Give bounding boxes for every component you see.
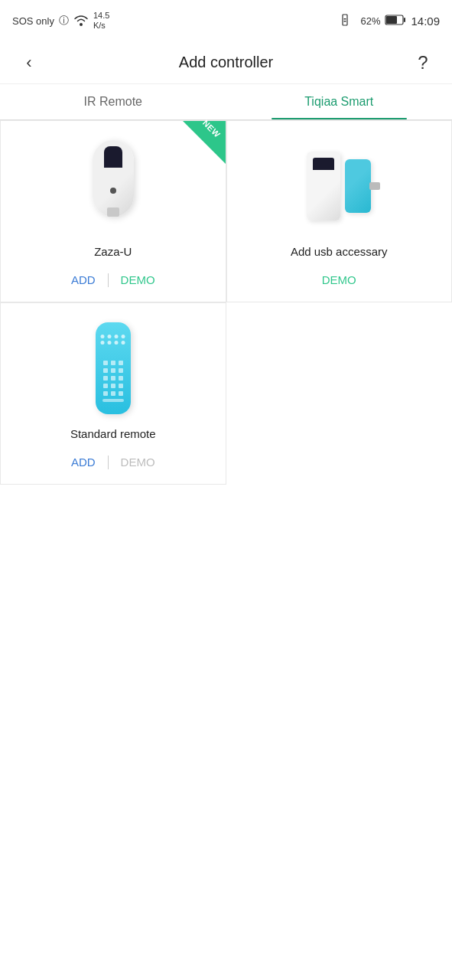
zaza-u-image: [71, 136, 155, 236]
nav-bar: ‹ Add controller ?: [0, 41, 452, 84]
status-bar: SOS only ⓘ 14.5 K/s 62% 1: [0, 0, 452, 41]
card-zaza-u: NEW Zaza-U ADD DEMO: [0, 120, 226, 302]
bottom-space: [0, 485, 452, 791]
svg-rect-5: [404, 18, 405, 22]
standard-remote-name: Standard remote: [70, 427, 156, 440]
standard-remote-add-button[interactable]: ADD: [59, 452, 108, 472]
sos-text: SOS only: [12, 15, 54, 27]
usb-accessary-actions: DEMO: [239, 270, 440, 289]
usb-accessary-image: [297, 136, 381, 236]
standard-remote-demo-button: DEMO: [109, 452, 167, 472]
back-button[interactable]: ‹: [15, 53, 43, 73]
zaza-u-add-button[interactable]: ADD: [59, 270, 108, 289]
page-title: Add controller: [179, 54, 273, 71]
card-standard-remote: Standard remote ADD DEMO: [0, 302, 226, 485]
battery-percent: 62%: [360, 15, 380, 27]
time: 14:09: [411, 15, 440, 28]
svg-rect-1: [344, 18, 346, 20]
zaza-u-actions: ADD DEMO: [13, 270, 213, 289]
status-right: 62% 14:09: [342, 14, 440, 28]
tab-bar: IR Remote Tiqiaa Smart: [0, 84, 452, 120]
svg-rect-4: [386, 16, 397, 24]
usb-accessary-name: Add usb accessary: [291, 245, 388, 258]
product-grid: NEW Zaza-U ADD DEMO: [0, 120, 452, 485]
tab-tiqiaa-smart[interactable]: Tiqiaa Smart: [226, 84, 453, 119]
sim-icon: [342, 14, 356, 28]
tab-ir-remote[interactable]: IR Remote: [0, 84, 226, 119]
usb-accessary-demo-button[interactable]: DEMO: [310, 270, 369, 289]
warning-icon: ⓘ: [59, 14, 69, 28]
card-empty: [226, 302, 453, 485]
svg-rect-0: [343, 15, 347, 25]
standard-remote-actions: ADD DEMO: [13, 452, 213, 472]
card-usb-accessary: Add usb accessary DEMO: [226, 120, 453, 302]
zaza-u-demo-button[interactable]: DEMO: [109, 270, 167, 289]
wifi-icon: [73, 14, 89, 28]
battery-icon: [385, 15, 406, 28]
help-button[interactable]: ?: [409, 52, 437, 74]
zaza-u-name: Zaza-U: [94, 245, 132, 258]
standard-remote-image: [71, 318, 155, 418]
network-speed: 14.5 K/s: [93, 11, 109, 31]
status-left: SOS only ⓘ 14.5 K/s: [12, 11, 109, 31]
svg-rect-2: [344, 21, 346, 22]
